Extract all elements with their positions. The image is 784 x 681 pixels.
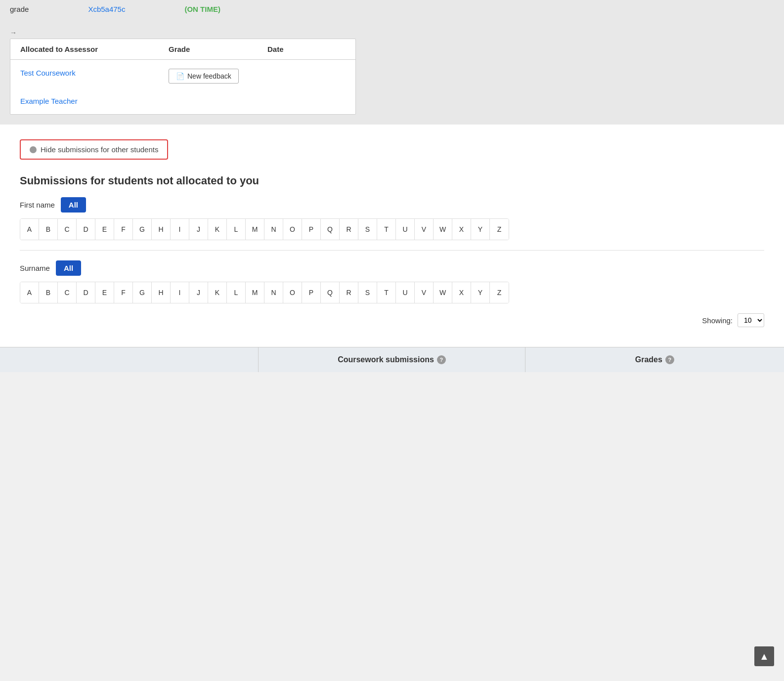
surname-label: Surname [20, 264, 50, 272]
letter-btn-z[interactable]: Z [490, 219, 509, 240]
divider-1 [20, 250, 764, 251]
letter-btn-m[interactable]: M [246, 282, 264, 303]
letter-btn-d[interactable]: D [77, 282, 95, 303]
letter-btn-t[interactable]: T [377, 219, 396, 240]
footer-col-mid: Coursework submissions ? [259, 347, 525, 372]
letter-btn-p[interactable]: P [302, 282, 321, 303]
letter-btn-k[interactable]: K [208, 219, 227, 240]
firstname-label: First name [20, 201, 55, 209]
surname-filter-row: Surname All [20, 260, 764, 276]
col-header-assessor: Allocated to Assessor [20, 45, 169, 53]
showing-label: Showing: [702, 316, 733, 325]
letter-btn-u[interactable]: U [396, 282, 415, 303]
letter-btn-y[interactable]: Y [471, 219, 490, 240]
letter-btn-e[interactable]: E [95, 282, 114, 303]
footer-col-left [0, 347, 259, 372]
letter-btn-i[interactable]: I [171, 282, 189, 303]
letter-btn-w[interactable]: W [434, 219, 452, 240]
letter-btn-d[interactable]: D [77, 219, 95, 240]
letter-btn-q[interactable]: Q [321, 282, 340, 303]
grades-label: Grades [635, 355, 662, 364]
letter-btn-v[interactable]: V [415, 219, 434, 240]
letter-btn-a[interactable]: A [20, 282, 39, 303]
letter-btn-f[interactable]: F [114, 282, 133, 303]
letter-btn-r[interactable]: R [340, 219, 358, 240]
letter-btn-w[interactable]: W [434, 282, 452, 303]
letter-btn-s[interactable]: S [358, 282, 377, 303]
letter-btn-e[interactable]: E [95, 219, 114, 240]
letter-btn-h[interactable]: H [152, 219, 171, 240]
letter-btn-o[interactable]: O [283, 282, 302, 303]
letter-btn-v[interactable]: V [415, 282, 434, 303]
hide-submissions-button[interactable]: Hide submissions for other students [20, 139, 168, 160]
top-gray-bar: grade Xcb5a475c (ON TIME) [0, 0, 784, 25]
letter-btn-m[interactable]: M [246, 219, 264, 240]
letter-btn-l[interactable]: L [227, 282, 246, 303]
letter-btn-o[interactable]: O [283, 219, 302, 240]
firstname-all-button[interactable]: All [61, 197, 86, 213]
showing-row: Showing: 10 25 50 [20, 303, 764, 332]
letter-btn-f[interactable]: F [114, 219, 133, 240]
new-feedback-button[interactable]: 📄 New feedback [169, 69, 239, 84]
letter-btn-a[interactable]: A [20, 219, 39, 240]
inner-table: Allocated to Assessor Grade Date Test Co… [10, 39, 356, 115]
submissions-heading: Submissions for students not allocated t… [20, 174, 764, 187]
letter-btn-n[interactable]: N [264, 282, 283, 303]
letter-btn-g[interactable]: G [133, 282, 152, 303]
new-feedback-label: New feedback [187, 72, 231, 80]
letter-btn-i[interactable]: I [171, 219, 189, 240]
feedback-icon: 📄 [176, 72, 184, 80]
letter-btn-c[interactable]: C [58, 282, 77, 303]
letter-btn-g[interactable]: G [133, 219, 152, 240]
letter-btn-b[interactable]: B [39, 282, 58, 303]
letter-btn-x[interactable]: X [452, 282, 471, 303]
col-assessor-names: Test Coursework Example Teacher [20, 69, 169, 105]
col-header-date: Date [267, 45, 346, 53]
main-content: Hide submissions for other students Subm… [0, 125, 784, 347]
col-header-grade: Grade [169, 45, 267, 53]
hide-submissions-label: Hide submissions for other students [41, 145, 158, 154]
letter-btn-q[interactable]: Q [321, 219, 340, 240]
letter-btn-z[interactable]: Z [490, 282, 509, 303]
footer-table-bar: Coursework submissions ? Grades ? [0, 347, 784, 372]
footer-col-right: Grades ? [525, 347, 784, 372]
submission-id-link[interactable]: Xcb5a475c [88, 5, 125, 13]
toggle-dot-icon [30, 146, 37, 153]
surname-all-button[interactable]: All [56, 260, 81, 276]
letter-btn-l[interactable]: L [227, 219, 246, 240]
letter-btn-x[interactable]: X [452, 219, 471, 240]
letter-btn-y[interactable]: Y [471, 282, 490, 303]
letter-btn-b[interactable]: B [39, 219, 58, 240]
grade-label: grade [10, 5, 29, 13]
on-time-label: (ON TIME) [184, 5, 220, 13]
sub-table-wrapper: → Allocated to Assessor Grade Date Test … [0, 25, 784, 125]
letter-btn-j[interactable]: J [189, 219, 208, 240]
letter-btn-p[interactable]: P [302, 219, 321, 240]
example-teacher-link[interactable]: Example Teacher [20, 97, 169, 105]
coursework-help-icon[interactable]: ? [437, 355, 446, 364]
inner-table-header: Allocated to Assessor Grade Date [10, 39, 355, 60]
showing-select[interactable]: 10 25 50 [738, 313, 764, 327]
letter-btn-k[interactable]: K [208, 282, 227, 303]
letter-btn-u[interactable]: U [396, 219, 415, 240]
coursework-submissions-label: Coursework submissions [338, 355, 434, 364]
inner-table-row: Test Coursework Example Teacher 📄 New fe… [10, 60, 355, 114]
letter-btn-r[interactable]: R [340, 282, 358, 303]
letter-btn-s[interactable]: S [358, 219, 377, 240]
grades-help-icon[interactable]: ? [665, 355, 674, 364]
firstname-letter-filter: ABCDEFGHIJKLMNOPQRSTUVWXYZ [20, 218, 509, 240]
col-grade-values: 📄 New feedback [169, 69, 267, 84]
letter-btn-h[interactable]: H [152, 282, 171, 303]
surname-letter-filter: ABCDEFGHIJKLMNOPQRSTUVWXYZ [20, 282, 509, 303]
letter-btn-t[interactable]: T [377, 282, 396, 303]
letter-btn-j[interactable]: J [189, 282, 208, 303]
letter-btn-c[interactable]: C [58, 219, 77, 240]
test-coursework-link[interactable]: Test Coursework [20, 69, 169, 77]
letter-btn-n[interactable]: N [264, 219, 283, 240]
firstname-filter-row: First name All [20, 197, 764, 213]
arrow-indicator: → [10, 29, 774, 37]
